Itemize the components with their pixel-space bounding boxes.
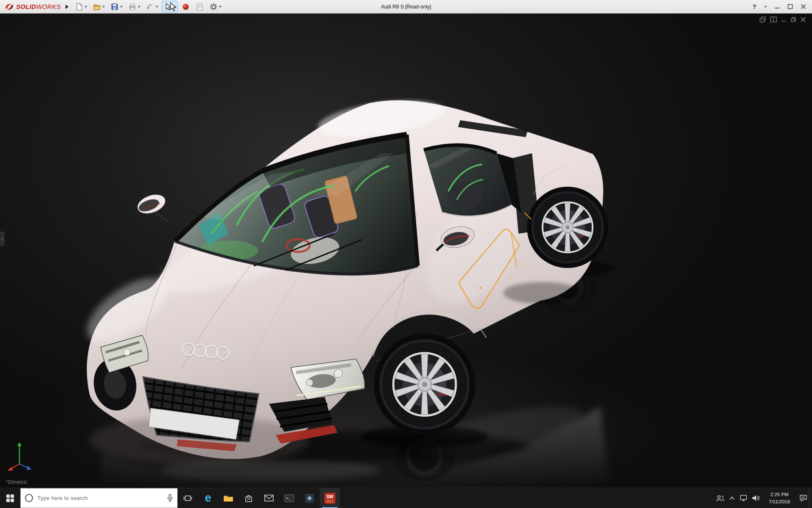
hidden-icons-button[interactable] [726,488,738,508]
dropdown-caret[interactable] [102,6,105,8]
solidworks-window: SOLIDWORKS [0,0,812,508]
select-cursor-icon [164,3,172,11]
brand-solid: SOLID [16,3,36,10]
3d-scene[interactable] [0,14,812,488]
graphics-viewport[interactable]: ‹ *Dimetric [0,14,812,488]
close-button[interactable] [801,4,806,9]
rear-shade [503,282,581,304]
open-button[interactable] [91,1,107,12]
store-icon [244,494,253,502]
dropdown-caret[interactable] [120,6,123,8]
mail-icon [264,494,274,502]
cortana-icon [25,494,33,502]
dropdown-caret[interactable] [138,6,140,8]
system-tray: 2:25 PM 7/11/2018 [714,488,812,508]
dropdown-caret[interactable] [173,6,176,8]
pinned-app-button[interactable] [299,488,320,508]
mirror-left [135,191,168,222]
document-title: Audi R8 S [Read-only] [381,4,431,10]
orientation-triad [5,440,41,473]
cascade-icon[interactable] [760,17,766,24]
svg-text:>_: >_ [286,497,291,501]
svg-text:SW: SW [326,494,334,499]
help-button[interactable]: ? [752,3,756,10]
taskbar-clock[interactable]: 2:25 PM 7/11/2018 [762,491,797,505]
doc-close-icon[interactable] [800,17,806,24]
console-icon: >_ [284,494,294,502]
solidworks-app-icon: SW 2017 [324,492,336,504]
speaker-icon [752,494,760,502]
select-tool-button[interactable] [162,1,178,12]
console-button[interactable]: >_ [279,488,299,508]
new-document-button[interactable] [73,1,89,12]
network-icon [740,494,748,502]
appearance-sphere-icon [181,3,190,11]
file-explorer-button[interactable] [218,488,239,508]
svg-text:2017: 2017 [326,500,333,503]
windows-taskbar: e >_ [0,488,812,508]
people-button[interactable] [714,488,726,508]
options-button[interactable] [208,1,223,12]
file-explorer-icon [223,494,233,502]
window-controls: ? [752,3,809,10]
doc-restore-icon[interactable] [790,17,796,24]
appearance-button[interactable] [180,1,192,12]
document-window-controls [760,17,806,24]
design-binder-button[interactable] [194,1,206,12]
action-center-button[interactable] [797,488,809,508]
brand-works: WORKS [36,3,60,10]
clock-time: 2:25 PM [762,491,797,498]
doc-minimize-icon[interactable] [781,17,787,24]
main-toolbar [73,1,223,12]
network-button[interactable] [738,488,750,508]
maximize-button[interactable] [787,4,793,9]
help-caret[interactable] [764,6,767,8]
print-icon [128,3,137,11]
clock-date: 7/11/2018 [762,498,797,505]
minimize-button[interactable] [774,4,780,9]
solidworks-logo: SOLIDWORKS [3,3,64,11]
tile-icon[interactable] [770,17,777,24]
gear-icon [209,3,218,11]
dropdown-caret[interactable] [85,6,87,8]
solidworks-taskbar-button[interactable]: SW 2017 [320,488,340,508]
taskbar-search[interactable] [20,488,178,508]
undo-button[interactable] [144,1,160,12]
undo-icon [146,3,154,11]
wheel-front [374,334,475,435]
microphone-icon[interactable] [167,494,173,502]
view-orientation-label: *Dimetric [6,479,27,485]
people-icon [716,494,724,502]
save-button[interactable] [109,1,124,12]
wheel-rear [527,187,608,268]
pinned-app-icon [305,494,314,503]
titlebar: SOLIDWORKS [0,0,812,14]
task-view-button[interactable] [178,488,198,508]
chevron-up-icon [729,496,735,500]
new-document-icon [75,3,83,11]
menu-expand-arrow[interactable] [65,4,69,9]
windows-logo-icon [6,494,14,502]
ds-logo-icon [4,3,14,11]
search-input[interactable] [37,495,163,501]
feature-panel-collapse-tab[interactable]: ‹ [0,232,5,246]
task-view-icon [184,494,192,502]
edge-button[interactable]: e [198,488,218,508]
action-center-icon [799,494,807,502]
edge-icon: e [205,492,211,504]
start-button[interactable] [0,488,20,508]
dropdown-caret[interactable] [156,6,158,8]
dropdown-caret[interactable] [219,6,222,8]
show-desktop-button[interactable] [809,488,812,508]
open-folder-icon [93,3,101,11]
store-button[interactable] [239,488,259,508]
design-binder-icon [195,3,204,11]
print-button[interactable] [126,1,142,12]
mail-button[interactable] [259,488,279,508]
volume-button[interactable] [750,488,762,508]
save-floppy-icon [110,3,119,11]
